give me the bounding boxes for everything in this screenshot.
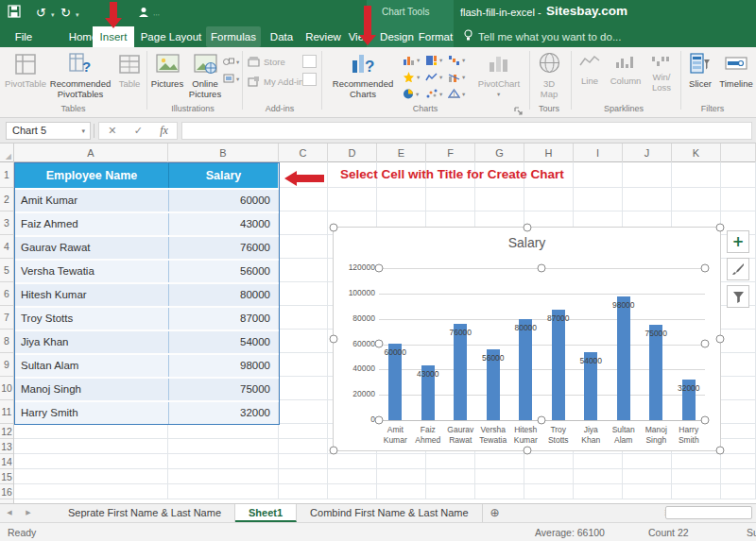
slicer-button[interactable] <box>684 52 716 78</box>
row-header[interactable]: 3 <box>0 211 13 235</box>
header-cell-salary[interactable]: Salary <box>169 163 278 188</box>
screenshot-button[interactable]: ▾ <box>223 74 239 84</box>
selection-handle[interactable] <box>523 447 531 455</box>
tell-me-box[interactable]: Tell me what you want to do... <box>478 26 629 47</box>
tab-file[interactable]: File <box>6 26 42 47</box>
salary-cell[interactable]: 43000 <box>169 213 278 235</box>
insert-combo-chart-button[interactable]: ▾ <box>448 72 465 82</box>
online-pictures-button[interactable] <box>187 52 223 78</box>
selection-handle[interactable] <box>716 447 725 455</box>
row-header[interactable]: 11 <box>0 400 13 424</box>
sheet-nav-right-icon[interactable]: ▶ <box>19 504 38 522</box>
row-header[interactable]: 14 <box>0 454 13 469</box>
3d-map-button[interactable] <box>533 51 565 78</box>
row-header[interactable]: 8 <box>0 330 13 353</box>
column-header[interactable]: J <box>623 144 672 162</box>
column-header[interactable]: F <box>426 144 475 162</box>
employee-name-cell[interactable]: Manoj Singh <box>15 379 169 400</box>
row-header[interactable]: 9 <box>0 353 13 377</box>
salary-chart[interactable]: Salary 120000100000800006000040000200000… <box>333 227 721 451</box>
pivottable-button[interactable] <box>6 53 45 79</box>
column-header[interactable]: D <box>328 144 377 162</box>
column-header[interactable]: K <box>672 144 721 162</box>
row-header[interactable]: 4 <box>0 235 13 259</box>
column-header[interactable]: G <box>475 144 524 162</box>
row-header[interactable]: 16 <box>0 484 13 499</box>
cell-area[interactable]: Employee Name Salary Amit Kumar 60000 Fa… <box>14 162 756 503</box>
table-button[interactable] <box>115 53 144 79</box>
tab-format[interactable]: Format <box>416 26 455 47</box>
redo-button[interactable]: ↻ <box>60 6 71 20</box>
insert-waterfall-chart-button[interactable]: ▾ <box>448 55 465 65</box>
plot-selection-handle[interactable] <box>538 264 546 273</box>
plot-selection-handle[interactable] <box>375 340 384 348</box>
insert-hierarchy-chart-button[interactable]: ▾ <box>425 55 442 65</box>
shapes-button[interactable]: ▾ <box>223 57 239 67</box>
salary-cell[interactable]: 54000 <box>169 331 278 353</box>
insert-scatter-chart-button[interactable]: ▾ <box>425 89 442 99</box>
undo-caret-icon[interactable]: ▾ <box>51 11 55 19</box>
row-header[interactable]: 10 <box>0 377 13 400</box>
cancel-button[interactable]: ✕ <box>108 125 116 137</box>
charts-dialog-launcher[interactable] <box>514 102 524 111</box>
column-header[interactable]: H <box>524 144 574 162</box>
store-button[interactable]: Store <box>248 56 285 67</box>
selection-handle[interactable] <box>330 447 338 455</box>
plot-selection-handle[interactable] <box>701 340 710 348</box>
selection-handle[interactable] <box>716 224 725 232</box>
recommended-charts-button[interactable]: ? <box>329 51 397 80</box>
insert-pie-chart-button[interactable]: ▾ <box>403 89 419 99</box>
row-header[interactable]: 1 <box>0 162 13 188</box>
employee-name-cell[interactable]: Sultan Alam <box>15 355 169 377</box>
bar[interactable] <box>552 310 565 420</box>
formula-input[interactable] <box>181 122 752 140</box>
insert-function-button[interactable]: fx <box>160 124 168 138</box>
tell-me-bulb[interactable] <box>463 27 473 48</box>
chart-title[interactable]: Salary <box>334 235 720 250</box>
column-header[interactable]: A <box>14 144 168 162</box>
redo-caret-icon[interactable]: ▾ <box>76 11 79 19</box>
tab-review[interactable]: Review <box>302 26 344 47</box>
row-header[interactable]: 6 <box>0 282 13 306</box>
bar[interactable] <box>617 296 630 420</box>
selection-handle[interactable] <box>523 224 531 232</box>
recommended-pivottables-button[interactable]: ? <box>49 51 112 79</box>
bar[interactable] <box>454 324 467 420</box>
bar[interactable] <box>649 325 662 420</box>
row-header[interactable]: 7 <box>0 306 13 330</box>
insert-radar-chart-button[interactable]: ▾ <box>448 89 465 99</box>
new-sheet-button[interactable]: ⊕ <box>483 504 507 522</box>
salary-cell[interactable]: 75000 <box>169 379 278 400</box>
selection-handle[interactable] <box>330 224 338 232</box>
column-header[interactable]: I <box>574 144 623 162</box>
column-header[interactable]: C <box>279 144 328 162</box>
enter-button[interactable]: ✓ <box>134 125 143 137</box>
tab-page-layout[interactable]: Page Layout <box>138 26 204 47</box>
qat-ellipsis-icon[interactable]: ⋯ <box>153 11 160 19</box>
pivotchart-button[interactable] <box>472 51 525 78</box>
plot-selection-handle[interactable] <box>538 416 546 425</box>
chart-styles-button[interactable] <box>727 258 749 280</box>
name-box[interactable]: Chart 5 ▾ <box>6 122 91 140</box>
row-header[interactable]: 12 <box>0 424 13 439</box>
salary-cell[interactable]: 80000 <box>169 284 278 306</box>
employee-name-cell[interactable]: Versha Tewatia <box>15 261 169 282</box>
sheet-nav-left-icon[interactable]: ◀ <box>0 504 19 522</box>
sheet-tab[interactable]: Seprate First Name & Last Name <box>55 504 235 522</box>
insert-column-chart-button[interactable]: ▾ <box>403 55 420 65</box>
timeline-button[interactable] <box>718 52 754 78</box>
selection-handle[interactable] <box>330 335 338 344</box>
salary-cell[interactable]: 98000 <box>169 355 278 377</box>
chart-elements-button[interactable]: + <box>727 230 749 253</box>
plot-selection-handle[interactable] <box>701 416 710 425</box>
bar[interactable] <box>519 319 532 420</box>
addin-quick-button-2[interactable] <box>302 73 317 86</box>
user-account-button[interactable] <box>138 7 149 21</box>
selection-handle[interactable] <box>716 335 725 344</box>
undo-button[interactable]: ↺ <box>36 6 46 20</box>
plot-selection-handle[interactable] <box>375 264 384 273</box>
employee-name-cell[interactable]: Gaurav Rawat <box>15 237 169 259</box>
header-cell-employee-name[interactable]: Employee Name <box>15 163 169 188</box>
row-header[interactable]: 5 <box>0 259 13 282</box>
salary-cell[interactable]: 76000 <box>169 237 278 259</box>
